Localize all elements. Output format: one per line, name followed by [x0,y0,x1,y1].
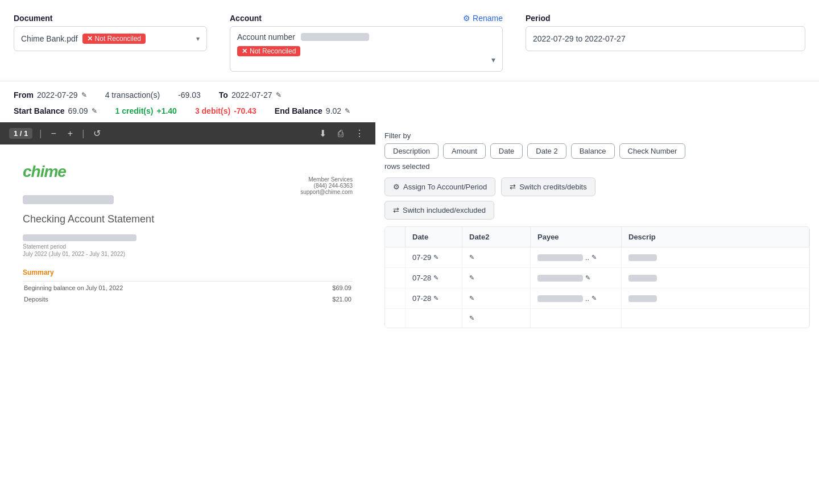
filter-buttons: Description Amount Date Date 2 Balance C… [384,143,810,159]
badge-x-icon: ✕ [87,35,93,43]
period-label: Period [526,14,805,23]
row2-date-edit-icon[interactable]: ✎ [433,274,439,282]
pdf-viewer: 1 / 1 | − + | ↺ ⬇ ⎙ ⋮ chime Member Servi… [0,122,375,418]
assign-to-account-button[interactable]: ⚙ Assign To Account/Period [384,177,495,196]
filter-check-number-button[interactable]: Check Number [619,143,686,159]
pdf-statement-period-value: July 2022 (July 01, 2022 - July 31, 2022… [23,251,353,257]
action-row-1: ⚙ Assign To Account/Period ⇄ Switch cred… [384,177,810,196]
pdf-print-button[interactable]: ⎙ [336,127,346,140]
pdf-page-total: 1 [24,129,28,138]
credits-label: 1 credit(s) [115,106,154,115]
pdf-page-current: 1 [14,129,18,138]
document-select[interactable]: Chime Bank.pdf ✕ Not Reconciled ▾ [14,26,207,51]
rename-label: Rename [473,14,503,23]
row3-date-edit-icon[interactable]: ✎ [433,295,439,302]
row1-payee-dots: .. [585,253,589,262]
row3-payee-edit-icon[interactable]: ✎ [592,295,597,302]
switch-credits-debits-button[interactable]: ⇄ Switch credits/debits [501,177,595,196]
pdf-account-name-blurred [23,195,114,204]
right-panel: Filter by Description Amount Date Date 2… [375,122,819,418]
pdf-rotate-button[interactable]: ↺ [91,127,103,140]
summary-row1-value: $69.09 [299,283,351,293]
filter-amount-button[interactable]: Amount [443,143,486,159]
pdf-zoom-in-button[interactable]: + [65,127,75,140]
document-chevron-down-icon: ▾ [196,35,200,43]
row4-date2-edit-icon[interactable]: ✎ [469,315,474,322]
account-field-header: Account ⚙ Rename [230,14,503,23]
row1-date2-edit-icon[interactable]: ✎ [469,254,474,261]
split-icon-2: ⇄ [393,206,399,214]
row3-date-edit-row: 07-28 ✎ [412,294,439,303]
filter-date2-button[interactable]: Date 2 [527,143,566,159]
start-balance-stat: Start Balance 69.09 ✎ [14,106,97,115]
period-field: Period 2022-07-29 to 2022-07-27 [526,14,805,51]
account-select[interactable]: Account number ✕ Not Reconciled ▾ [230,26,503,72]
transactions-stat: 4 transaction(s) [105,90,160,100]
row3-payee-dots: .. [585,294,589,303]
rename-button[interactable]: ⚙ Rename [463,14,503,23]
document-select-inner: Chime Bank.pdf ✕ Not Reconciled [21,34,146,44]
period-input[interactable]: 2022-07-29 to 2022-07-27 [526,26,805,51]
start-balance-edit-icon[interactable]: ✎ [92,107,97,115]
row1-payee-blurred [537,254,583,261]
amount-value: -69.03 [178,90,201,100]
from-edit-icon[interactable]: ✎ [81,91,87,99]
row2-payee-edit-icon[interactable]: ✎ [585,274,590,282]
pdf-summary-table: Beginning balance on July 01, 2022 $69.0… [23,281,353,305]
filter-balance-button[interactable]: Balance [571,143,615,159]
credits-stat: 1 credit(s) +1.40 [115,106,177,115]
table-row: 07-28 ✎ ✎ ✎ [385,268,809,288]
pdf-menu-button[interactable]: ⋮ [353,127,366,140]
pdf-page-sep: / [20,129,24,138]
filter-date-button[interactable]: Date [490,143,523,159]
pdf-zoom-out-button[interactable]: − [48,127,58,140]
summary-row2-value: $21.00 [299,294,351,304]
start-balance-label: Start Balance [14,106,64,115]
row2-date2-edit-icon[interactable]: ✎ [469,274,474,282]
pdf-account-title: Checking Account Statement [23,213,353,225]
rows-selected-label: rows selected [384,162,810,171]
pdf-sep-1: | [39,129,42,139]
table-row: 07-28 ✎ ✎ .. ✎ [385,288,809,309]
table-header: Date Date2 Payee Descrip [385,227,809,247]
pdf-summary-title: Summary [23,268,353,276]
switch-included-btn-label: Switch included/excluded [403,206,486,214]
row1-check [385,247,406,267]
pdf-content: chime Member Services (844) 244-6363 sup… [0,144,375,418]
to-label: To [219,90,228,100]
row3-date2-edit-icon[interactable]: ✎ [469,295,474,302]
row3-date2: ✎ [462,288,531,308]
account-badge-text: Not Reconciled [250,47,296,55]
assign-btn-label: Assign To Account/Period [403,183,487,191]
end-balance-edit-icon[interactable]: ✎ [345,107,350,115]
summary-row-1: Beginning balance on July 01, 2022 $69.0… [24,283,351,293]
debits-stat: 3 debit(s) -70.43 [195,106,257,115]
main-content: 1 / 1 | − + | ↺ ⬇ ⎙ ⋮ chime Member Servi… [0,122,819,418]
summary-row2-label: Deposits [24,294,297,304]
row1-date-edit-icon[interactable]: ✎ [433,254,439,261]
row4-desc [622,309,809,328]
summary-row-2: Deposits $21.00 [24,294,351,304]
period-value: 2022-07-29 to 2022-07-27 [533,34,626,43]
row1-payee-edit-icon[interactable]: ✎ [592,254,597,261]
pdf-blurred-line [23,234,136,241]
pdf-download-button[interactable]: ⬇ [317,127,329,140]
switch-included-excluded-button[interactable]: ⇄ Switch included/excluded [384,201,494,220]
from-stat: From 2022-07-29 ✎ [14,90,87,100]
row3-payee: .. ✎ [531,288,622,308]
account-number-row: Account number [237,32,495,42]
row3-desc-blurred [628,295,657,302]
row3-desc [622,288,809,308]
to-edit-icon[interactable]: ✎ [276,91,282,99]
filter-description-button[interactable]: Description [384,143,439,159]
stats-row-1: From 2022-07-29 ✎ 4 transaction(s) -69.0… [0,81,819,104]
debits-value: -70.43 [234,106,257,115]
row1-payee: .. ✎ [531,247,622,267]
end-balance-label: End Balance [275,106,322,115]
account-number-label: Account number [237,32,295,42]
row4-date [406,309,462,328]
row1-date-value: 07-29 [412,253,431,262]
filter-by-label: Filter by [384,131,810,140]
account-badge-x-icon: ✕ [242,47,247,55]
row2-date-edit-row: 07-28 ✎ [412,274,439,282]
